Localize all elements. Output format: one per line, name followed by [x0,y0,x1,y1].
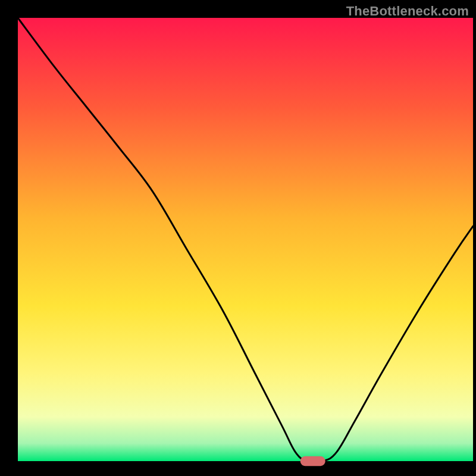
watermark-text: TheBottleneck.com [346,4,469,19]
bottleneck-chart [0,0,476,476]
chart-container: { "watermark": "TheBottleneck.com", "cha… [0,0,476,476]
plot-background [18,18,473,461]
optimal-marker [300,456,325,466]
